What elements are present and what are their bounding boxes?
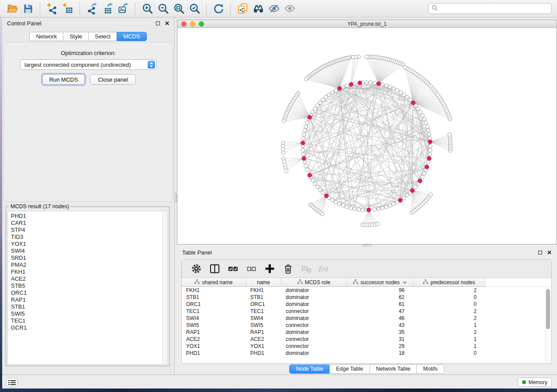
list-item[interactable]: STB1: [11, 303, 167, 310]
table-cell[interactable]: connector: [281, 343, 347, 350]
table-cell[interactable]: YOX1: [182, 343, 246, 350]
list-item[interactable]: STP4: [11, 227, 167, 234]
table-settings-icon[interactable]: [190, 262, 203, 275]
table-cell[interactable]: 0: [413, 294, 485, 301]
table-cell[interactable]: dominator: [281, 315, 347, 322]
zoom-out-icon[interactable]: [155, 2, 171, 15]
zoom-fit-icon[interactable]: [171, 2, 187, 15]
minimize-window-icon[interactable]: [190, 21, 195, 27]
table-cell[interactable]: STB1: [182, 294, 246, 301]
column-header-successor-nodes[interactable]: successor nodes: [347, 278, 413, 287]
open-file-icon[interactable]: [4, 2, 20, 15]
table-cell[interactable]: SWI4: [182, 315, 246, 322]
tab-mcds[interactable]: MCDS: [117, 32, 146, 41]
table-cell[interactable]: SWI5: [246, 322, 281, 329]
duplicate-network-icon[interactable]: [235, 2, 250, 15]
table-row[interactable]: STB1STB1dominator620: [182, 294, 551, 301]
column-header-name[interactable]: name: [246, 278, 281, 287]
table-scrollbar[interactable]: [545, 287, 550, 362]
tab-select[interactable]: Select: [88, 32, 117, 41]
maximize-window-icon[interactable]: [199, 21, 204, 27]
table-cell[interactable]: YOX1: [246, 343, 281, 350]
table-cell[interactable]: 2: [413, 308, 485, 315]
select-all-rows-icon[interactable]: [226, 262, 239, 275]
table-cell[interactable]: FKH1: [182, 287, 246, 294]
table-row[interactable]: YOX1YOX1connector291: [182, 343, 551, 350]
close-window-icon[interactable]: [181, 21, 187, 27]
table-row[interactable]: FKH1FKH1dominator962: [182, 287, 551, 294]
zoom-selected-icon[interactable]: [187, 2, 202, 15]
table-cell[interactable]: 0: [413, 301, 485, 308]
optimization-criterion-select[interactable]: largest connected component (undirected): [20, 59, 157, 70]
tab-network-table[interactable]: Network Table: [370, 364, 417, 374]
list-item[interactable]: SRD1: [11, 254, 167, 261]
table-cell[interactable]: 35: [347, 329, 413, 336]
task-history-button[interactable]: [6, 378, 18, 387]
table-row[interactable]: ACE2ACE2connector311: [182, 336, 551, 343]
table-row[interactable]: ORC1ORC1dominator610: [182, 301, 551, 308]
memory-button[interactable]: Memory: [518, 378, 552, 387]
search-input[interactable]: [440, 6, 548, 12]
table-cell[interactable]: FKH1: [246, 287, 281, 294]
table-cell[interactable]: 46: [347, 315, 413, 322]
table-cell[interactable]: TEC1: [182, 308, 246, 315]
list-item[interactable]: ORC1: [11, 289, 167, 296]
table-cell[interactable]: ORC1: [246, 301, 281, 308]
list-item[interactable]: FKH1: [11, 268, 167, 275]
table-cell[interactable]: ACE2: [182, 336, 246, 343]
add-column-icon[interactable]: [263, 262, 276, 275]
table-cell[interactable]: TEC1: [246, 308, 281, 315]
tab-style[interactable]: Style: [63, 32, 89, 41]
table-cell[interactable]: 96: [347, 287, 413, 294]
table-cell[interactable]: 1: [413, 322, 485, 329]
list-item[interactable]: STB5: [11, 282, 167, 289]
list-item[interactable]: TEC1: [11, 317, 167, 324]
table-cell[interactable]: SWI5: [182, 322, 246, 329]
column-header-predecessor-nodes[interactable]: predecessor nodes: [413, 278, 485, 287]
list-item[interactable]: PMA2: [11, 261, 167, 268]
import-table-icon[interactable]: [60, 2, 76, 15]
list-item[interactable]: RAP1: [11, 296, 167, 303]
table-cell[interactable]: dominator: [281, 287, 347, 294]
network-window-titlebar[interactable]: YPA_prune.txt_1: [177, 20, 557, 28]
table-cell[interactable]: PHD1: [246, 350, 281, 357]
table-cell[interactable]: 31: [347, 336, 413, 343]
list-item[interactable]: GCR1: [11, 324, 167, 331]
export-image-icon[interactable]: [115, 2, 131, 15]
table-scrollbar-thumb[interactable]: [546, 289, 550, 329]
search-network-icon[interactable]: [250, 2, 266, 15]
run-mcds-button[interactable]: Run MCDS: [42, 74, 85, 85]
delete-columns-icon[interactable]: [281, 262, 294, 275]
split-panel-icon[interactable]: [208, 262, 221, 275]
float-panel-icon[interactable]: [156, 21, 160, 25]
select-stepper-icon[interactable]: [148, 61, 155, 69]
table-cell[interactable]: dominator: [281, 329, 347, 336]
table-cell[interactable]: PHD1: [182, 350, 246, 357]
table-row[interactable]: PHD1PHD1dominator180: [182, 350, 551, 357]
table-cell[interactable]: 1: [413, 336, 485, 343]
table-row[interactable]: RAP1RAP1dominator352: [182, 329, 551, 336]
table-cell[interactable]: 2: [413, 287, 485, 294]
table-cell[interactable]: connector: [281, 336, 347, 343]
close-table-panel-icon[interactable]: ✕: [547, 251, 552, 255]
table-cell[interactable]: 29: [347, 343, 413, 350]
table-cell[interactable]: 2: [413, 329, 485, 336]
table-cell[interactable]: 1: [413, 343, 485, 350]
table-cell[interactable]: 61: [347, 301, 413, 308]
table-cell[interactable]: dominator: [281, 294, 347, 301]
table-cell[interactable]: 43: [347, 322, 413, 329]
import-network-icon[interactable]: [44, 2, 60, 15]
list-item[interactable]: CAR1: [11, 220, 167, 227]
table-cell[interactable]: connector: [281, 308, 347, 315]
list-item[interactable]: TID3: [11, 234, 167, 241]
hide-selected-icon[interactable]: [266, 2, 282, 15]
close-panel-icon[interactable]: ✕: [165, 21, 170, 26]
table-row[interactable]: SWI5SWI5connector431: [182, 322, 551, 329]
table-cell[interactable]: SWI4: [246, 315, 281, 322]
tab-edge-table[interactable]: Edge Table: [329, 364, 370, 374]
table-cell[interactable]: STB1: [246, 294, 281, 301]
zoom-in-icon[interactable]: [139, 2, 155, 15]
export-network-icon[interactable]: [84, 2, 100, 15]
list-item[interactable]: PHD1: [11, 213, 167, 220]
list-item[interactable]: YOX1: [11, 241, 167, 248]
